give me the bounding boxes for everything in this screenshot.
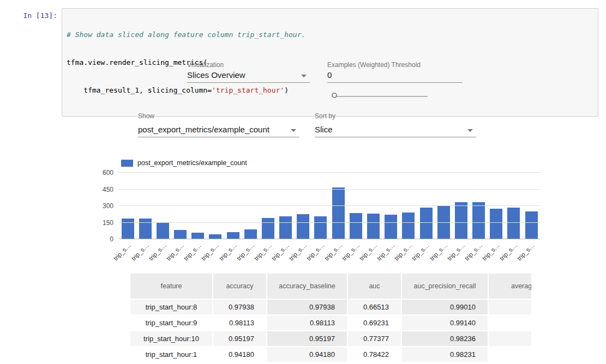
visualization-dropdown[interactable]: Slices Overview [187,69,310,83]
show-label: Show [138,112,154,120]
bar[interactable] [507,208,520,239]
visualization-label: Visualization [187,61,224,69]
bar[interactable] [279,216,292,239]
bar[interactable] [437,206,450,239]
bar-slot [207,173,224,239]
x-labels-row: trip_s…trip_s…trip_s…trip_s…trip_s…trip_… [119,240,540,264]
gridline [119,189,540,190]
visualization-value: Slices Overview [187,69,310,83]
bar-slot [136,173,154,239]
metric-cell: 0.95197 [267,331,347,346]
x-tick-label: trip_s… [112,242,133,262]
table-body: trip_start_hour:80.979380.979380.665130.… [130,300,531,362]
gridline [119,239,540,239]
column-header[interactable]: auc [348,274,401,299]
code-line: # Show data sliced along feature column … [67,30,593,39]
bar[interactable] [297,214,309,239]
chevron-down-icon [467,129,473,132]
bar[interactable] [244,229,257,239]
metric-cell: 0.1111 [489,300,531,314]
table-row[interactable]: trip_start_hour:80.979380.979380.665130.… [130,300,531,314]
bar-slot [400,173,417,239]
metrics-table-wrapper: featureaccuracyaccuracy_baselineaucauc_p… [129,272,531,364]
bar[interactable] [174,230,187,239]
feature-cell: trip_start_hour:8 [130,300,212,314]
bar-slot [452,173,470,239]
y-axis: 0150300450600 [81,173,113,239]
bar-slot [119,173,136,239]
bar[interactable] [367,214,380,239]
metric-cell: 0.1541 [489,331,531,346]
threshold-input[interactable]: 0 [327,69,463,83]
slider-thumb[interactable] [332,93,337,98]
bar[interactable] [262,218,274,239]
code-comment: # Show data sliced along feature column … [67,31,305,39]
table-row[interactable]: trip_start_hour:10.941800.941800.784220.… [130,347,531,362]
metric-cell: 0.97938 [213,300,266,314]
bar[interactable] [490,209,502,239]
y-tick-label: 0 [110,235,113,243]
metric-cell: 0.97938 [267,300,347,314]
feature-cell: trip_start_hour:1 [130,347,212,362]
legend-swatch-icon [121,160,133,167]
threshold-slider[interactable] [332,93,428,100]
column-header[interactable]: feature [130,274,212,299]
bar[interactable] [350,213,362,239]
show-dropdown[interactable]: post_export_metrics/example_count [138,124,299,137]
column-header[interactable]: average_los [489,274,531,299]
bar-slot [329,173,347,239]
metric-cell: 0.66513 [348,300,401,314]
bar[interactable] [472,202,485,239]
code-text: ) [284,86,289,94]
metric-cell: 0.98113 [267,316,347,330]
bar-slot [189,173,207,239]
code-string: 'trip_start_hour' [212,86,284,94]
bar[interactable] [385,215,397,239]
gridline [119,172,540,173]
legend-label: post_export_metrics/example_count [137,159,247,167]
bar-slot [154,173,171,239]
show-value: post_export_metrics/example_count [138,124,299,137]
metric-cell: 0.78422 [348,347,401,362]
metric-cell: 0.98236 [402,331,488,346]
metric-cell: 0.69231 [348,316,401,330]
table-header-row: featureaccuracyaccuracy_baselineaucauc_p… [130,274,531,299]
bar-slot [364,173,382,239]
sort-by-label: Sort by [315,112,335,120]
bar-slot [277,173,295,239]
bar[interactable] [420,208,433,239]
bar[interactable] [157,223,169,240]
bar[interactable] [402,213,415,239]
bar[interactable] [332,187,345,239]
metric-cell: 0.94180 [267,347,347,362]
bar-slot [172,173,189,239]
metric-cell: 0.1901 [489,347,531,362]
bar[interactable] [314,216,327,239]
table-row[interactable]: trip_start_hour:90.981130.981130.692310.… [130,316,531,330]
bar[interactable] [455,202,467,239]
column-header[interactable]: accuracy [213,274,266,299]
bar-slot [224,173,242,239]
column-header[interactable]: auc_precision_recall [402,274,488,299]
metric-cell: 0.99140 [402,316,488,330]
plot-area [119,173,540,239]
bar-slot [488,173,505,239]
chart-legend: post_export_metrics/example_count [121,159,247,167]
metrics-table: featureaccuracyaccuracy_baselineaucauc_p… [129,272,531,363]
cell-prompt: In [13]: [0,11,57,20]
x-label-slot: trip_s… [523,240,540,264]
code-line: tfma_result_1, slicing_column='trip_star… [67,86,593,95]
gridline [119,222,540,223]
chevron-down-icon [291,129,296,132]
column-header[interactable]: accuracy_baseline [267,274,347,299]
sort-by-value: Slice [315,124,476,137]
slider-track[interactable] [337,96,428,97]
bar[interactable] [525,211,538,239]
chevron-down-icon [301,75,307,77]
threshold-label: Examples (Weighted) Threshold [327,61,421,69]
y-tick-label: 600 [103,169,113,177]
table-row[interactable]: trip_start_hour:100.951970.951970.773770… [130,331,531,346]
feature-cell: trip_start_hour:10 [130,331,212,346]
sort-by-dropdown[interactable]: Slice [315,124,476,137]
code-text: tfma_result_1, slicing_column= [67,86,212,94]
